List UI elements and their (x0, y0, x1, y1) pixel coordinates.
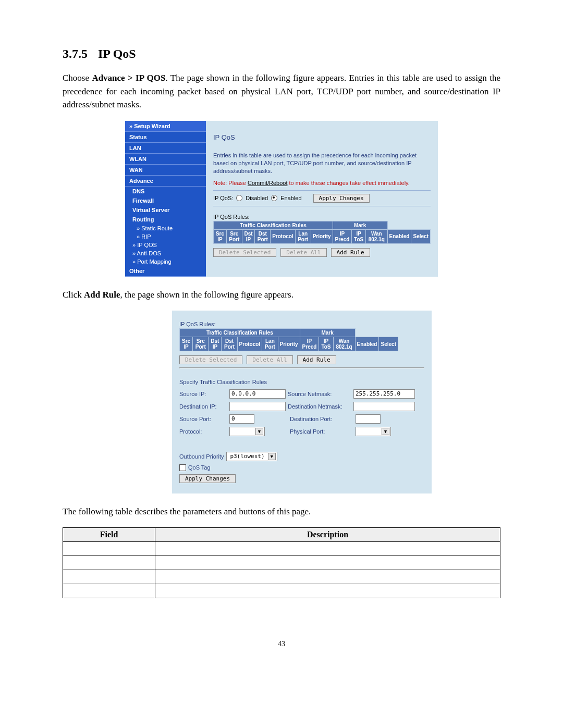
col2-src-port: Src Port (193, 337, 209, 351)
table-row (63, 584, 500, 598)
qos-label: IP QoS: (213, 195, 233, 201)
table-row (63, 556, 500, 570)
dest-netmask-label: Destination Netmask: (286, 403, 353, 410)
col-dst-port: Dst Port (255, 229, 271, 243)
dest-netmask-input[interactable] (353, 402, 415, 411)
col-dst-ip: Dst IP (242, 229, 255, 243)
p2-pre: Click (63, 290, 84, 300)
protocol-select[interactable]: ▼ (229, 427, 265, 436)
commit-reboot-link[interactable]: Commit/Reboot (248, 180, 287, 186)
router-ui-screenshot: » Setup Wizard Status LAN WLAN WAN Advan… (125, 121, 438, 277)
source-ip-input[interactable]: 0.0.0.0 (229, 389, 286, 399)
nav-anti-dos[interactable]: » Anti-DOS (125, 249, 206, 257)
rules2-button-row: Delete Selected Delete All Add Rule (179, 355, 424, 364)
outbound-priority-label: Outbound Priority (179, 453, 224, 460)
description-table: Field Description (63, 527, 500, 598)
qos-tag-checkbox[interactable] (179, 464, 186, 471)
dest-ip-input[interactable] (229, 402, 286, 411)
nav-advance[interactable]: Advance (125, 176, 206, 187)
outbound-priority-select[interactable]: p3(lowest) ▼ (226, 452, 277, 461)
source-ip-label: Source IP: (179, 391, 229, 397)
physical-port-select[interactable]: ▼ (356, 427, 391, 436)
apply-changes-button-2[interactable]: Apply Changes (179, 474, 236, 483)
add-rule-button[interactable]: Add Rule (331, 248, 370, 257)
qos-tag-label: QoS Tag (188, 464, 211, 471)
apply-changes-button[interactable]: Apply Changes (313, 194, 370, 203)
nav-lan[interactable]: LAN (125, 143, 206, 154)
nav-status[interactable]: Status (125, 132, 206, 143)
add-rule-button-2[interactable]: Add Rule (297, 355, 336, 364)
col-src-ip: Src IP (214, 229, 227, 243)
rules-group-traffic: Traffic Classification Rules (214, 221, 333, 229)
col2-dst-ip: Dst IP (209, 337, 222, 351)
rules-label: IP QoS Rules: (213, 214, 431, 220)
protocol-label: Protocol: (179, 428, 229, 435)
page-number: 43 (63, 640, 500, 669)
col-enabled: Enabled (387, 229, 411, 243)
col-protocol: Protocol (271, 229, 296, 243)
divider (213, 206, 431, 206)
content-panel: IP QoS Entries in this table are used to… (206, 121, 438, 277)
col2-ip-precd: IP Precd (300, 337, 319, 351)
dest-ip-label: Destination IP: (179, 403, 229, 410)
nav-rip[interactable]: » RIP (125, 232, 206, 241)
delete-selected-button-2[interactable]: Delete Selected (179, 355, 242, 364)
rules-group-mark: Mark (333, 221, 387, 229)
rules2-group-mark: Mark (300, 329, 355, 337)
table-row (63, 570, 500, 584)
divider (179, 367, 424, 368)
col-priority: Priority (311, 229, 333, 243)
rules-button-row: Delete Selected Delete All Add Rule (213, 248, 431, 257)
col-ip-precd: IP Precd (333, 229, 352, 243)
col-select: Select (411, 229, 431, 243)
col-src-port: Src Port (226, 229, 242, 243)
outbound-priority-value: p3(lowest) (230, 453, 264, 460)
qos-enabled-radio[interactable] (271, 195, 277, 201)
nav-port-mapping[interactable]: » Port Mapping (125, 257, 206, 266)
nav-virtual-server[interactable]: Virtual Server (125, 205, 206, 215)
add-rule-paragraph: Click Add Rule, the page shown in the fo… (63, 288, 500, 302)
table-row (63, 542, 500, 556)
section-heading: 3.7.5 IP QoS (63, 47, 500, 61)
rules2-group-traffic: Traffic Classification Rules (180, 329, 300, 337)
nav-setup-wizard[interactable]: » Setup Wizard (125, 121, 206, 132)
intro-bold: Advance > IP QOS (92, 73, 165, 83)
desc-th-field: Field (63, 528, 155, 542)
col2-dst-port: Dst Port (222, 337, 237, 351)
nav-routing[interactable]: Routing (125, 215, 206, 224)
col2-select: Select (379, 337, 398, 351)
col2-priority: Priority (278, 337, 300, 351)
nav-wan[interactable]: WAN (125, 165, 206, 176)
nav-ip-qos[interactable]: » IP QOS (125, 241, 206, 249)
divider (213, 190, 431, 191)
col2-wan-8021q: Wan 802.1q (333, 337, 355, 351)
qos-disabled-radio[interactable] (236, 195, 242, 201)
note-post: to make these changes take effect immedi… (287, 180, 409, 186)
col2-ip-tos: IP ToS (319, 337, 333, 351)
nav-static-route[interactable]: » Static Route (125, 224, 206, 232)
nav-other[interactable]: Other (125, 266, 206, 277)
source-netmask-input[interactable]: 255.255.255.0 (353, 389, 415, 399)
qos-enabled-label: Enabled (280, 195, 301, 201)
chevron-down-icon: ▼ (382, 428, 389, 435)
dest-port-input[interactable] (356, 414, 381, 424)
delete-selected-button[interactable]: Delete Selected (213, 248, 276, 257)
nav-wlan[interactable]: WLAN (125, 154, 206, 165)
nav-dns[interactable]: DNS (125, 187, 206, 196)
source-port-input[interactable]: 0 (229, 414, 254, 424)
col2-lan-port: Lan Port (262, 337, 278, 351)
panel-title: IP QoS (213, 133, 431, 141)
note-pre: Note: Please (213, 180, 248, 186)
qos-disabled-label: Disabled (246, 195, 268, 201)
p2-post: , the page shown in the following figure… (120, 290, 293, 300)
delete-all-button[interactable]: Delete All (280, 248, 326, 257)
add-rule-form-screenshot: IP QoS Rules: Traffic Classification Rul… (172, 311, 432, 493)
panel-description: Entries in this table are used to assign… (213, 152, 431, 176)
panel-note: Note: Please Commit/Reboot to make these… (213, 180, 431, 186)
source-netmask-label: Source Netmask: (286, 391, 353, 397)
nav-firewall[interactable]: Firewall (125, 196, 206, 205)
p2-bold: Add Rule (84, 290, 120, 300)
delete-all-button-2[interactable]: Delete All (247, 355, 292, 364)
col-ip-tos: IP ToS (352, 229, 366, 243)
desc-th-desc: Description (155, 528, 500, 542)
